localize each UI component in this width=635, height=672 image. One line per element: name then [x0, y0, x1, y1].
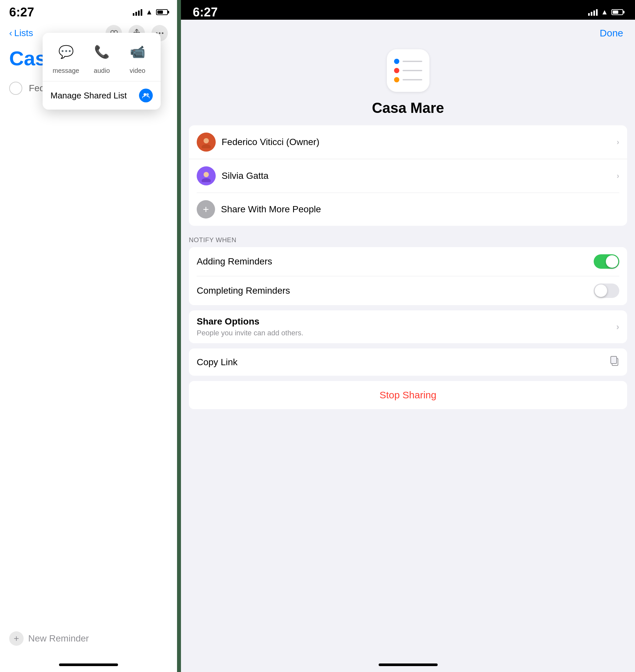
adding-reminders-toggle[interactable] [594, 254, 619, 269]
signal-icon-right [588, 8, 598, 16]
red-dot [394, 68, 399, 73]
manage-shared-list-row[interactable]: Manage Shared List [43, 81, 161, 110]
svg-point-7 [146, 93, 149, 96]
notify-when-card: Adding Reminders Completing Reminders [189, 247, 627, 305]
share-audio-label: audio [94, 67, 110, 75]
panel-title: Casa Mare [181, 100, 635, 116]
svg-rect-13 [611, 356, 617, 363]
stop-sharing-card[interactable]: Stop Sharing [189, 381, 627, 409]
status-time-left: 6:27 [9, 5, 34, 19]
status-bar-right: 6:27 ▲ [181, 0, 635, 20]
share-options-row: Share Options People you invite can add … [189, 310, 311, 343]
wifi-icon-right: ▲ [601, 8, 608, 16]
popup-share-row: 💬 message 📞 audio 📹 video [43, 33, 161, 81]
svg-point-9 [202, 144, 211, 148]
svg-point-8 [203, 138, 209, 143]
shared-list-icon [139, 89, 153, 102]
blue-dot [394, 59, 399, 64]
battery-icon-right [611, 9, 623, 15]
copy-link-label: Copy Link [197, 357, 238, 368]
top-nav-right: Done [181, 20, 635, 43]
status-time-right: 6:27 [193, 5, 218, 19]
people-card: Federico Viticci (Owner) › Silvia Gatta … [189, 125, 627, 226]
stop-sharing-label: Stop Sharing [380, 390, 436, 401]
left-panel: 6:27 ▲ ‹ Lists [0, 0, 177, 672]
status-icons-left: ▲ [133, 8, 168, 16]
svg-point-11 [202, 178, 211, 182]
chevron-right-icon-federico: › [617, 138, 619, 147]
share-message-label: message [52, 67, 79, 75]
wifi-icon-left: ▲ [146, 8, 153, 16]
share-more-label: Share With More People [221, 204, 321, 215]
reminder-checkbox[interactable] [9, 82, 22, 95]
chevron-right-icon-share-options: › [616, 321, 619, 332]
audio-icon: 📞 [94, 45, 109, 59]
plus-icon-share-more: + [197, 200, 215, 218]
copy-link-row[interactable]: Copy Link [189, 349, 627, 376]
adding-reminders-label: Adding Reminders [197, 256, 272, 267]
new-reminder-button[interactable]: + New Reminder [9, 631, 89, 646]
manage-shared-list-label: Manage Shared List [50, 90, 127, 101]
signal-icon-left [133, 8, 142, 16]
right-content: Done Casa Mare [181, 20, 635, 672]
status-bar-left: 6:27 ▲ [0, 0, 177, 20]
share-option-audio[interactable]: 📞 audio [89, 41, 115, 75]
back-label: Lists [14, 28, 33, 38]
avatar-silvia [197, 166, 216, 185]
home-indicator-left [59, 664, 118, 666]
completing-reminders-label: Completing Reminders [197, 286, 290, 296]
svg-point-6 [144, 93, 146, 96]
share-options-card[interactable]: Share Options People you invite can add … [189, 310, 627, 343]
message-icon: 💬 [58, 45, 74, 59]
federico-name: Federico Viticci (Owner) [222, 137, 319, 147]
share-option-video[interactable]: 📹 video [125, 41, 151, 75]
federico-row[interactable]: Federico Viticci (Owner) › [189, 125, 627, 159]
copy-icon [610, 356, 619, 369]
video-icon: 📹 [130, 45, 145, 59]
battery-icon-left [156, 9, 168, 15]
copy-link-card[interactable]: Copy Link [189, 349, 627, 376]
orange-dot [394, 77, 399, 82]
list-icon-box [387, 49, 430, 92]
share-options-title: Share Options [197, 316, 303, 327]
plus-icon: + [9, 631, 24, 646]
silvia-name: Silvia Gatta [222, 171, 268, 181]
svg-point-5 [162, 33, 163, 34]
silvia-row[interactable]: Silvia Gatta › [189, 159, 627, 193]
notify-when-header: NOTIFY WHEN [181, 231, 635, 247]
share-options-subtitle: People you invite can add others. [197, 329, 303, 337]
panel-divider [177, 0, 181, 672]
completing-reminders-row[interactable]: Completing Reminders [189, 276, 627, 305]
status-icons-right: ▲ [588, 8, 623, 16]
completing-reminders-toggle[interactable] [594, 284, 619, 298]
popup-menu: 💬 message 📞 audio 📹 video Manage Shared … [43, 33, 161, 110]
new-reminder-label: New Reminder [28, 633, 89, 644]
adding-reminders-row[interactable]: Adding Reminders [189, 247, 627, 276]
avatar-federico [197, 132, 216, 152]
home-indicator-right [379, 664, 438, 666]
svg-point-10 [203, 172, 209, 177]
list-icon-container [181, 49, 635, 92]
share-option-message[interactable]: 💬 message [52, 41, 79, 75]
chevron-right-icon-silvia: › [617, 171, 619, 181]
done-button[interactable]: Done [599, 27, 623, 39]
right-panel: 6:27 ▲ Done [181, 0, 635, 672]
back-button[interactable]: ‹ Lists [9, 28, 33, 38]
share-more-row[interactable]: + Share With More People [189, 193, 627, 226]
share-video-label: video [130, 67, 146, 75]
chevron-left-icon: ‹ [9, 28, 12, 38]
